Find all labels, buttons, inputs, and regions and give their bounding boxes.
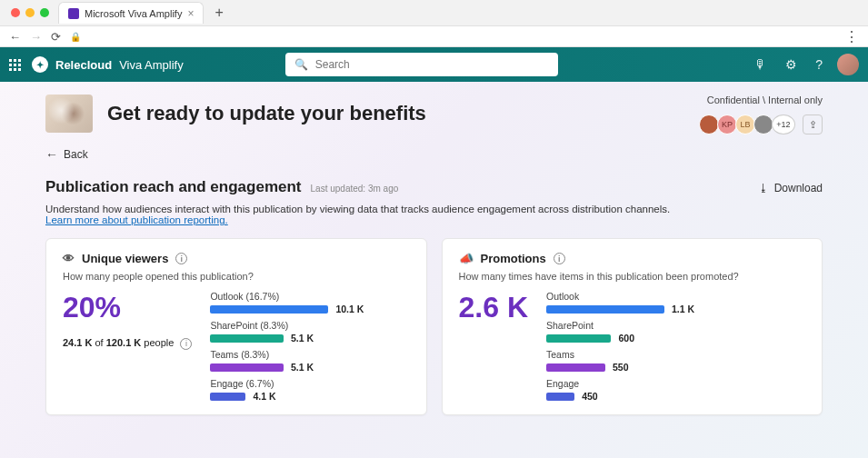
- person-avatar[interactable]: KP: [717, 114, 737, 134]
- channel-bars: Outlook (16.7%)10.1 KSharePoint (8.3%)5.…: [210, 291, 409, 402]
- tab-bar: Microsoft Viva Amplify × +: [0, 0, 868, 25]
- browser-tab[interactable]: Microsoft Viva Amplify ×: [58, 2, 204, 24]
- section-title: Publication reach and engagement: [45, 178, 302, 196]
- back-arrow-icon: ←: [45, 147, 58, 162]
- bar-fill: [210, 305, 328, 314]
- promotions-card: 📣 Promotions i How many times have items…: [442, 238, 823, 415]
- more-people[interactable]: +12: [772, 114, 795, 134]
- bar-label: Engage: [546, 378, 805, 389]
- bar-value: 450: [582, 391, 598, 402]
- bar-row: SharePoint (8.3%)5.1 K: [210, 320, 409, 344]
- person-avatar[interactable]: [699, 114, 719, 134]
- download-button[interactable]: ⭳ Download: [758, 182, 823, 194]
- address-bar: ← → ⟳ 🔒 ⋮: [0, 25, 868, 47]
- section-header: Publication reach and engagement Last up…: [45, 178, 823, 196]
- bar-value: 4.1 K: [253, 391, 275, 402]
- settings-icon[interactable]: ⚙: [782, 57, 801, 72]
- hero-thumbnail: [45, 95, 93, 133]
- last-updated: Last updated: 3m ago: [311, 184, 399, 194]
- window-controls: [7, 8, 53, 17]
- bar-row: SharePoint600: [546, 320, 805, 344]
- bar-value: 5.1 K: [291, 333, 314, 344]
- user-avatar[interactable]: [837, 54, 859, 75]
- info-icon[interactable]: i: [175, 253, 187, 264]
- hero: Get ready to update your benefits Confid…: [45, 95, 823, 134]
- bar-label: Engage (6.7%): [210, 378, 409, 389]
- back-label: Back: [64, 148, 88, 161]
- share-facepile: KP LB +12 ⇪: [703, 114, 823, 134]
- favicon-icon: [68, 8, 79, 19]
- bar-label: Outlook: [546, 291, 805, 302]
- card-subtitle: How many times have items in this public…: [459, 271, 806, 282]
- bar-row: Outlook (16.7%)10.1 K: [210, 291, 409, 314]
- bar-fill: [546, 393, 574, 401]
- suite-header: ✦ Relecloud Viva Amplify 🔍 🎙 ⚙ ?: [0, 47, 868, 82]
- forward-icon[interactable]: →: [30, 30, 42, 44]
- product-name: Viva Amplify: [119, 58, 184, 72]
- bar-row: Teams550: [546, 349, 805, 373]
- download-label: Download: [774, 182, 823, 194]
- back-icon[interactable]: ←: [9, 30, 21, 44]
- bar-fill: [546, 305, 664, 314]
- page-body: Get ready to update your benefits Confid…: [0, 82, 868, 458]
- close-tab-icon[interactable]: ×: [187, 7, 194, 20]
- search-input[interactable]: [315, 58, 549, 71]
- page-title: Get ready to update your benefits: [107, 102, 426, 125]
- person-avatar[interactable]: [753, 114, 773, 134]
- minimize-window[interactable]: [25, 8, 35, 17]
- bar-row: Engage (6.7%)4.1 K: [210, 378, 409, 402]
- bar-value: 5.1 K: [291, 362, 314, 373]
- help-icon[interactable]: ?: [812, 57, 826, 72]
- browser-chrome: Microsoft Viva Amplify × + ← → ⟳ 🔒 ⋮: [0, 0, 868, 47]
- metric-cards: 👁 Unique viewers i How many people opene…: [45, 238, 823, 415]
- back-link[interactable]: ← Back: [45, 147, 823, 162]
- headline-metric: 20%: [63, 291, 192, 324]
- bar-value: 10.1 K: [335, 304, 364, 314]
- bar-label: Teams (8.3%): [210, 349, 409, 360]
- channel-bars: Outlook1.1 KSharePoint600Teams550Engage4…: [546, 291, 805, 402]
- maximize-window[interactable]: [40, 8, 49, 17]
- bar-row: Engage450: [546, 378, 805, 402]
- section-description: Understand how audiences interact with t…: [45, 204, 823, 225]
- stat-line: 24.1 K of 120.1 K people i: [63, 337, 192, 350]
- info-icon[interactable]: i: [180, 338, 192, 350]
- learn-more-link[interactable]: Learn more about publication reporting.: [45, 214, 228, 225]
- app-launcher-icon[interactable]: [9, 59, 21, 71]
- tab-title: Microsoft Viva Amplify: [85, 8, 182, 19]
- bar-value: 550: [613, 362, 629, 373]
- confidentiality-label: Confidential \ Internal only: [703, 95, 823, 105]
- download-icon: ⭳: [758, 182, 769, 194]
- card-title: Promotions: [481, 252, 546, 265]
- close-window[interactable]: [11, 8, 20, 17]
- org-logo-icon: ✦: [32, 56, 48, 73]
- bar-label: Outlook (16.7%): [210, 291, 409, 302]
- search-box[interactable]: 🔍: [285, 53, 558, 76]
- org-name: Relecloud: [55, 58, 112, 72]
- bar-row: Teams (8.3%)5.1 K: [210, 349, 409, 373]
- card-subtitle: How many people opened this publication?: [63, 271, 410, 282]
- headline-metric: 2.6 K: [459, 291, 528, 324]
- search-icon: 🔍: [294, 58, 308, 71]
- bar-label: SharePoint (8.3%): [210, 320, 409, 331]
- bar-row: Outlook1.1 K: [546, 291, 805, 314]
- bar-fill: [546, 363, 605, 372]
- bar-fill: [210, 334, 284, 343]
- bar-label: SharePoint: [546, 320, 805, 331]
- info-icon[interactable]: i: [554, 253, 565, 264]
- share-button[interactable]: ⇪: [803, 114, 823, 134]
- megaphone-icon: 📣: [459, 252, 474, 265]
- bar-fill: [546, 334, 612, 343]
- brand[interactable]: ✦ Relecloud Viva Amplify: [32, 56, 184, 73]
- unique-viewers-card: 👁 Unique viewers i How many people opene…: [45, 238, 427, 415]
- person-avatar[interactable]: LB: [735, 114, 755, 134]
- bar-fill: [210, 393, 245, 401]
- mic-icon[interactable]: 🎙: [751, 57, 771, 72]
- eye-icon: 👁: [63, 252, 75, 265]
- new-tab-button[interactable]: +: [209, 5, 228, 21]
- bar-label: Teams: [546, 349, 805, 360]
- browser-menu-icon[interactable]: ⋮: [844, 28, 859, 45]
- reload-icon[interactable]: ⟳: [51, 30, 61, 44]
- bar-value: 1.1 K: [672, 304, 694, 314]
- bar-value: 600: [618, 333, 634, 344]
- card-title: Unique viewers: [82, 252, 168, 265]
